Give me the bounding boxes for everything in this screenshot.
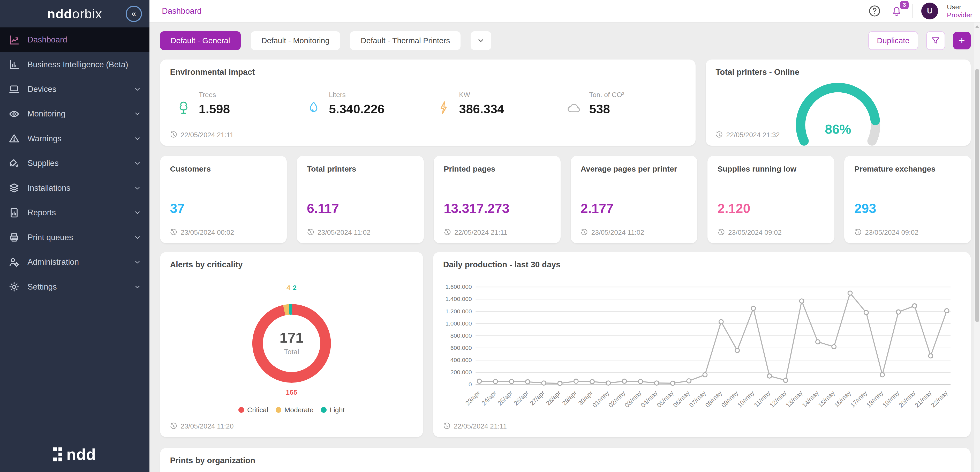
sidebar-item-label: Monitoring (27, 109, 65, 118)
sidebar-collapse-button[interactable]: « (126, 6, 142, 22)
legend-dot (276, 407, 281, 413)
cloud-icon (567, 100, 589, 117)
svg-text:26/apr: 26/apr (512, 389, 530, 407)
logo-ndd: ndd (47, 6, 72, 21)
sidebar-item-print-queues[interactable]: Print queues (0, 225, 150, 250)
help-button[interactable] (868, 5, 881, 18)
card-timestamp: 22/05/2024 21:32 (716, 131, 780, 139)
sidebar-item-label: Settings (27, 282, 57, 292)
svg-text:20/may: 20/may (897, 389, 917, 409)
history-icon (854, 229, 862, 236)
chevron-down-icon (134, 110, 141, 118)
history-icon (307, 229, 314, 236)
metric-label: Ton. of CO² (589, 91, 689, 99)
dashboard-tabs-row: Default - General Default - Monitoring D… (160, 31, 971, 50)
sidebar-item-label: Supplies (27, 159, 59, 168)
kpi-value: 6.117 (307, 201, 339, 216)
donut-total-value: 171 (280, 331, 304, 345)
donut-center: 171 Total (263, 315, 320, 372)
tab-default-monitoring[interactable]: Default - Monitoring (251, 31, 340, 50)
sidebar-item-label: Print queues (27, 233, 73, 242)
svg-text:0: 0 (469, 381, 472, 388)
dashboard-icon (9, 35, 19, 45)
timestamp-text: 23/05/2024 11:20 (180, 422, 234, 431)
history-icon (443, 423, 451, 430)
topbar-divider (912, 4, 913, 18)
main-content: Default - General Default - Monitoring D… (150, 22, 980, 472)
notifications-button[interactable]: 3 (890, 5, 903, 18)
donut-legend: Critical Moderate Light (160, 406, 423, 414)
breadcrumb[interactable]: Dashboard (162, 6, 202, 16)
svg-text:600.000: 600.000 (450, 344, 472, 351)
svg-text:09/may: 09/may (720, 389, 740, 409)
kpi-value: 2.177 (581, 201, 613, 216)
svg-text:800.000: 800.000 (450, 332, 472, 339)
kpi-label: Customers (170, 164, 211, 173)
card-title: Total printers - Online (716, 67, 799, 77)
chevron-down-icon (134, 234, 141, 241)
card-timestamp: 23/05/2024 11:02 (581, 228, 644, 236)
timestamp-text: 22/05/2024 21:11 (454, 422, 507, 431)
sidebar-item-dashboard[interactable]: Dashboard (0, 27, 150, 52)
card-title: Environmental impact (170, 67, 255, 77)
timestamp-text: 23/05/2024 11:02 (591, 228, 644, 236)
card-alerts-by-criticality: Alerts by criticality 42 171 Total 165 C… (160, 252, 423, 437)
duplicate-button[interactable]: Duplicate (868, 31, 918, 50)
sidebar-item-settings[interactable]: Settings (0, 274, 150, 299)
svg-text:15/may: 15/may (817, 389, 837, 409)
chevron-down-icon (477, 37, 485, 45)
card-prints-by-organization: Prints by organization (160, 448, 971, 472)
page-scrollbar[interactable] (974, 22, 980, 472)
scrollbar-thumb[interactable] (975, 69, 979, 322)
sidebar-item-supplies[interactable]: Supplies (0, 151, 150, 176)
sidebar-item-administration[interactable]: Administration (0, 250, 150, 274)
svg-text:24/apr: 24/apr (480, 389, 498, 407)
filter-button[interactable] (926, 31, 945, 50)
svg-text:1.000.000: 1.000.000 (445, 320, 472, 327)
gear-icon (9, 282, 19, 292)
avatar[interactable]: U (921, 3, 938, 19)
metric-liters: Liters 5.340.226 (299, 89, 429, 118)
chevron-down-icon (134, 283, 141, 290)
svg-text:28/apr: 28/apr (544, 389, 562, 407)
metric-trees: Trees 1.598 (169, 89, 299, 118)
environmental-metrics: Trees 1.598 Liters 5.340.226 KW (169, 89, 689, 118)
tabs-overflow-button[interactable] (471, 31, 491, 50)
app-root: nddorbix « Dashboard Business Intelligen… (0, 0, 980, 472)
card-timestamp: 23/05/2024 11:20 (170, 422, 234, 431)
sidebar-item-devices[interactable]: Devices (0, 77, 150, 101)
sidebar-item-installations[interactable]: Installations (0, 176, 150, 200)
laptop-icon (9, 84, 19, 94)
sidebar-item-monitoring[interactable]: Monitoring (0, 102, 150, 126)
donut-top-labels: 42 (160, 284, 423, 292)
kpi-value: 293 (854, 201, 876, 216)
chevron-down-icon (134, 135, 141, 142)
filter-icon (931, 36, 940, 45)
add-dashboard-button[interactable]: + (953, 32, 971, 49)
daily-production-line-chart: 0200.000400.000600.000800.0001.000.0001.… (439, 279, 963, 428)
card-title: Prints by organization (170, 456, 255, 465)
svg-text:13/may: 13/may (784, 389, 804, 409)
tab-default-thermal-printers[interactable]: Default - Thermal Printers (350, 31, 461, 50)
sidebar-item-reports[interactable]: Reports (0, 201, 150, 225)
card-kpi-premature-exchanges: Premature exchanges 293 23/05/2024 09:02 (844, 156, 971, 243)
history-icon (718, 229, 725, 236)
card-environmental-impact: Environmental impact Trees 1.598 Liters … (160, 59, 695, 146)
tab-default-general[interactable]: Default - General (160, 31, 241, 50)
sidebar-item-business-intelligence[interactable]: Business Intelligence (Beta) (0, 52, 150, 77)
svg-text:21/may: 21/may (913, 389, 933, 409)
sidebar-menu: Dashboard Business Intelligence (Beta) D… (0, 27, 150, 299)
sidebar-item-warnings[interactable]: Warnings (0, 126, 150, 151)
metric-value: 538 (589, 102, 689, 116)
tabs-actions: Duplicate + (868, 31, 971, 50)
legend-item-critical: Critical (239, 406, 268, 414)
card-timestamp: 23/05/2024 09:02 (718, 228, 782, 236)
legend-item-light: Light (321, 406, 344, 414)
card-timestamp: 22/05/2024 21:11 (443, 422, 507, 431)
svg-text:17/may: 17/may (849, 389, 869, 409)
scroll-up-arrow-icon[interactable] (975, 25, 979, 28)
notification-badge: 3 (900, 1, 909, 9)
history-icon (581, 229, 588, 236)
user-block[interactable]: User Provider (947, 3, 972, 19)
svg-text:03/may: 03/may (623, 389, 643, 409)
